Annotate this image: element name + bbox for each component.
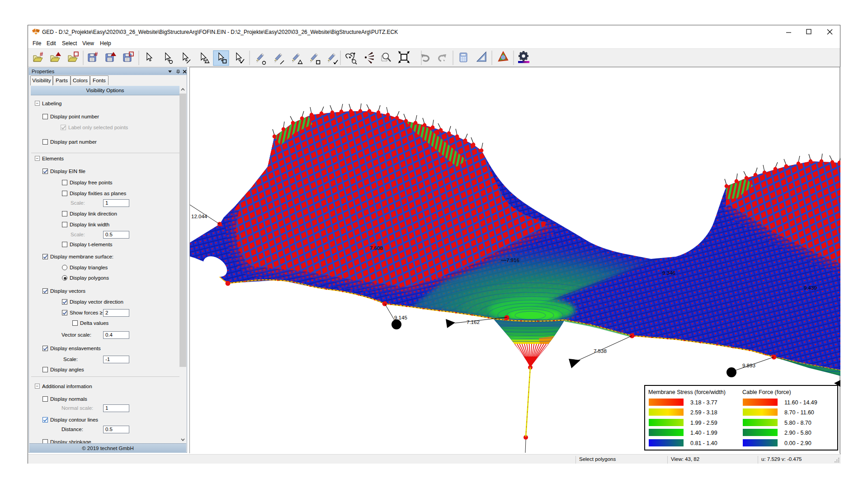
- svg-text:2.59 - 3.18: 2.59 - 3.18: [690, 409, 717, 416]
- svg-text:8.70 - 11.60: 8.70 - 11.60: [784, 409, 814, 416]
- svg-text:#: #: [94, 51, 98, 57]
- svg-text:Membrane Stress (force/width): Membrane Stress (force/width): [648, 389, 726, 395]
- svg-text:7.162: 7.162: [467, 319, 480, 325]
- svg-text:9.439: 9.439: [804, 285, 817, 291]
- svg-text:Cable Force (force): Cable Force (force): [742, 389, 791, 395]
- svg-text:7.608: 7.608: [370, 245, 383, 251]
- svg-text:1.99 - 2.59: 1.99 - 2.59: [690, 420, 717, 426]
- svg-text:1.40 - 1.99: 1.40 - 1.99: [690, 430, 717, 436]
- svg-text:7.538: 7.538: [594, 348, 607, 354]
- svg-text:7.916: 7.916: [506, 258, 519, 263]
- svg-text:0.00 - 2.90: 0.00 - 2.90: [784, 440, 811, 446]
- svg-text:#: #: [40, 51, 43, 57]
- svg-text:2.90 - 5.80: 2.90 - 5.80: [784, 430, 811, 436]
- svg-text:0.81 - 1.40: 0.81 - 1.40: [690, 440, 717, 446]
- svg-text:11.60 - 14.49: 11.60 - 14.49: [784, 399, 817, 406]
- svg-text:9.346: 9.346: [662, 270, 675, 276]
- svg-text:3.18 - 3.77: 3.18 - 3.77: [690, 399, 717, 406]
- svg-text:5.80 - 8.70: 5.80 - 8.70: [784, 420, 811, 426]
- svg-text:9.893: 9.893: [742, 363, 755, 368]
- svg-text:12.044: 12.044: [191, 214, 208, 219]
